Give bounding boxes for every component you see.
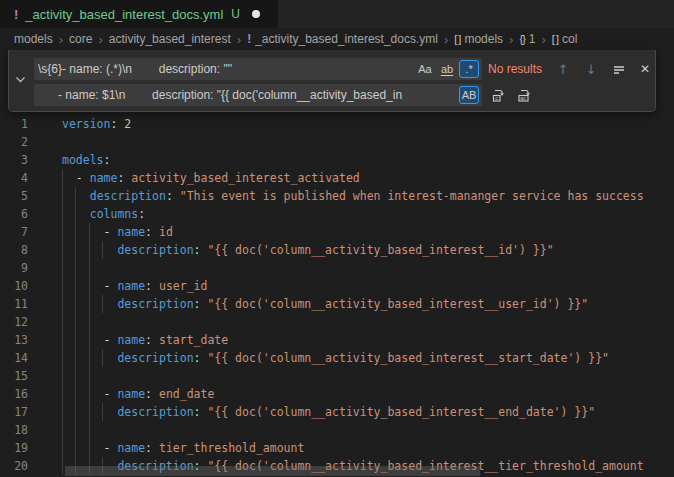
- replace-icon: c: [491, 88, 506, 103]
- breadcrumb: models›core›activity_based_interest›!_ac…: [0, 28, 674, 50]
- code-text: description: "{{ doc('column__activity_b…: [62, 295, 588, 313]
- find-input-value: \s{6}- name: (.*)\n description: "": [38, 58, 410, 80]
- code-area[interactable]: 1version: 223models:4 - name: activity_b…: [0, 115, 674, 475]
- code-line[interactable]: 16 - name: end_date: [0, 385, 674, 403]
- replace-all-button[interactable]: ac: [514, 85, 534, 105]
- chevron-down-icon: [15, 71, 26, 89]
- line-number: 8: [0, 241, 28, 259]
- code-text: - name: start_date: [62, 331, 228, 349]
- code-line[interactable]: 14 description: "{{ doc('column__activit…: [0, 349, 674, 367]
- find-in-selection-button[interactable]: [609, 59, 629, 79]
- breadcrumb-label: col: [562, 32, 577, 46]
- line-number: 12: [0, 313, 28, 331]
- line-number: 2: [0, 133, 28, 151]
- line-number: 11: [0, 295, 28, 313]
- line-number: 6: [0, 205, 28, 223]
- close-find-widget-button[interactable]: ✕: [635, 59, 655, 79]
- line-number: 19: [0, 439, 28, 457]
- breadcrumb-item[interactable]: core: [69, 32, 92, 46]
- replace-input[interactable]: - name: $1\n description: "{{ doc('colum…: [34, 84, 482, 106]
- code-line[interactable]: 18: [0, 421, 674, 439]
- git-untracked-badge: U: [231, 7, 240, 21]
- code-text: description: "{{ doc('column__activity_b…: [62, 349, 609, 367]
- line-number: 16: [0, 385, 28, 403]
- replace-button[interactable]: c: [488, 85, 508, 105]
- object-symbol-icon: {}: [519, 33, 524, 45]
- code-line[interactable]: 4 - name: activity_based_interest_activa…: [0, 169, 674, 187]
- preserve-case-button[interactable]: AB: [459, 86, 479, 104]
- array-symbol-icon: [ ]: [454, 33, 460, 45]
- toggle-replace-button[interactable]: [10, 50, 30, 110]
- previous-match-button[interactable]: ↑: [553, 59, 573, 79]
- line-number: 9: [0, 259, 28, 277]
- code-line[interactable]: 8 description: "{{ doc('column__activity…: [0, 241, 674, 259]
- yaml-file-icon: !: [247, 32, 251, 46]
- find-input[interactable]: \s{6}- name: (.*)\n description: "" Aa a…: [34, 58, 482, 80]
- code-line[interactable]: 17 description: "{{ doc('column__activit…: [0, 403, 674, 421]
- arrow-up-icon: ↑: [558, 62, 569, 77]
- code-text: description: "This event is published wh…: [62, 187, 644, 205]
- breadcrumb-separator-icon: ›: [542, 32, 546, 47]
- code-line[interactable]: 2: [0, 133, 674, 151]
- code-line[interactable]: 11 description: "{{ doc('column__activit…: [0, 295, 674, 313]
- code-text: - name: activity_based_interest_activate…: [62, 169, 360, 187]
- code-line[interactable]: 3models:: [0, 151, 674, 169]
- code-line[interactable]: 7 - name: id: [0, 223, 674, 241]
- line-number: 10: [0, 277, 28, 295]
- breadcrumb-item[interactable]: [ ]col: [552, 32, 578, 46]
- code-text: - name: tier_threshold_amount: [62, 439, 304, 457]
- line-number: 13: [0, 331, 28, 349]
- line-number: 14: [0, 349, 28, 367]
- line-number: 4: [0, 169, 28, 187]
- breadcrumb-label: 1: [529, 32, 536, 46]
- line-number: 20: [0, 457, 28, 475]
- code-line[interactable]: 15: [0, 367, 674, 385]
- editor-pane[interactable]: 1version: 223models:4 - name: activity_b…: [0, 50, 674, 477]
- breadcrumb-separator-icon: ›: [237, 32, 241, 47]
- code-line[interactable]: 6 columns:: [0, 205, 674, 223]
- tab-bar: ! _activity_based_interest_docs.yml U: [0, 0, 674, 28]
- code-text: - name: end_date: [62, 385, 214, 403]
- code-line[interactable]: 19 - name: tier_threshold_amount: [0, 439, 674, 457]
- breadcrumb-separator-icon: ›: [444, 32, 448, 47]
- line-number: 18: [0, 421, 28, 439]
- array-symbol-icon: [ ]: [552, 33, 558, 45]
- breadcrumb-separator-icon: ›: [509, 32, 513, 47]
- breadcrumb-label: activity_based_interest: [109, 32, 231, 46]
- code-line[interactable]: 13 - name: start_date: [0, 331, 674, 349]
- code-text: description: "{{ doc('column__activity_b…: [62, 403, 595, 421]
- regex-button[interactable]: .*: [459, 60, 479, 78]
- vscode-window: ! _activity_based_interest_docs.yml U mo…: [0, 0, 674, 477]
- breadcrumb-separator-icon: ›: [59, 32, 63, 47]
- replace-all-icon: ac: [517, 88, 532, 103]
- code-text: description: "{{ doc('column__activity_b…: [62, 241, 554, 259]
- yaml-file-icon: !: [14, 7, 18, 22]
- code-line[interactable]: 12: [0, 313, 674, 331]
- breadcrumb-label: models: [464, 32, 503, 46]
- code-line[interactable]: 10 - name: user_id: [0, 277, 674, 295]
- breadcrumb-item[interactable]: {}1: [519, 32, 535, 46]
- breadcrumb-separator-icon: ›: [98, 32, 102, 47]
- breadcrumb-label: _activity_based_interest_docs.yml: [255, 32, 438, 46]
- svg-text:ac: ac: [520, 95, 526, 101]
- tab-title: _activity_based_interest_docs.yml: [25, 7, 223, 22]
- tab-activity-based-interest-docs[interactable]: ! _activity_based_interest_docs.yml U: [0, 0, 278, 28]
- line-number: 5: [0, 187, 28, 205]
- code-line[interactable]: 5 description: "This event is published …: [0, 187, 674, 205]
- code-line[interactable]: 9: [0, 259, 674, 277]
- horizontal-scrollbar[interactable]: [65, 466, 480, 476]
- breadcrumb-item[interactable]: !_activity_based_interest_docs.yml: [247, 32, 438, 46]
- next-match-button[interactable]: ↓: [581, 59, 601, 79]
- code-text: - name: user_id: [62, 277, 207, 295]
- unsaved-changes-dot-icon[interactable]: [252, 10, 260, 18]
- breadcrumb-item[interactable]: models: [14, 32, 53, 46]
- find-results-label: No results: [488, 58, 542, 80]
- code-line[interactable]: 1version: 2: [0, 115, 674, 133]
- code-text: - name: id: [62, 223, 173, 241]
- breadcrumb-item[interactable]: activity_based_interest: [109, 32, 231, 46]
- breadcrumb-item[interactable]: [ ]models: [454, 32, 503, 46]
- line-number: 17: [0, 403, 28, 421]
- whole-word-button[interactable]: ab: [437, 60, 457, 78]
- match-case-button[interactable]: Aa: [415, 60, 435, 78]
- breadcrumb-label: models: [14, 32, 53, 46]
